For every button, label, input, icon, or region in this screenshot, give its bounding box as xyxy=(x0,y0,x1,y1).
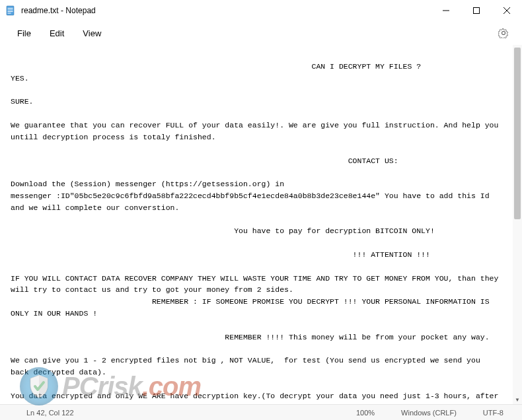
menu-file[interactable]: File xyxy=(8,24,40,42)
svg-rect-3 xyxy=(8,11,13,12)
window-controls xyxy=(431,0,522,21)
scrollbar-thumb[interactable] xyxy=(514,48,521,219)
close-button[interactable] xyxy=(492,0,522,21)
svg-rect-4 xyxy=(8,13,11,14)
svg-rect-1 xyxy=(8,8,13,9)
menu-view[interactable]: View xyxy=(73,24,110,42)
maximize-icon xyxy=(473,7,480,14)
svg-rect-6 xyxy=(474,8,480,14)
menu-edit[interactable]: Edit xyxy=(40,24,73,42)
minimize-button[interactable] xyxy=(431,0,461,21)
menubar: File Edit View xyxy=(0,21,522,45)
gear-icon xyxy=(498,28,509,38)
titlebar: readme.txt - Notepad xyxy=(0,0,522,21)
scroll-down-arrow-icon[interactable]: ▼ xyxy=(513,395,522,404)
content-area: CAN I DECRYPT MY FILES ? YES. SURE. We g… xyxy=(0,45,522,404)
notepad-app-icon xyxy=(5,5,16,16)
settings-button[interactable] xyxy=(493,22,514,44)
status-cursor-position: Ln 42, Col 122 xyxy=(13,409,87,417)
window-title: readme.txt - Notepad xyxy=(21,6,431,15)
notepad-window: readme.txt - Notepad File Edit View xyxy=(0,0,522,420)
status-encoding: UTF-8 xyxy=(470,409,517,417)
svg-rect-0 xyxy=(7,6,14,15)
close-icon xyxy=(503,7,510,14)
statusbar: Ln 42, Col 122 100% Windows (CRLF) UTF-8 xyxy=(0,404,522,420)
svg-rect-2 xyxy=(8,10,13,11)
minimize-icon xyxy=(443,7,449,14)
status-line-ending: Windows (CRLF) xyxy=(388,409,470,417)
status-zoom[interactable]: 100% xyxy=(343,409,388,417)
text-editor[interactable]: CAN I DECRYPT MY FILES ? YES. SURE. We g… xyxy=(0,45,513,404)
maximize-button[interactable] xyxy=(461,0,492,21)
vertical-scrollbar[interactable]: ▲ ▼ xyxy=(513,45,522,404)
